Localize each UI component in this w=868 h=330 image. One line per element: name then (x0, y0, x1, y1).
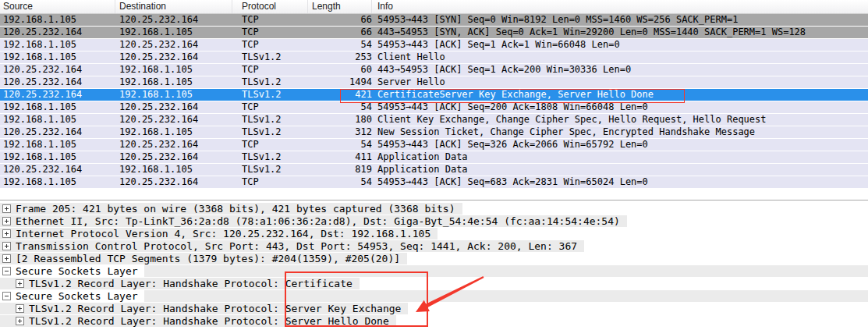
packet-row[interactable]: 192.168.1.105120.25.232.164TCP6654953→44… (0, 14, 868, 27)
info-cell: Server Hello (372, 76, 868, 88)
source-cell: 192.168.1.105 (0, 176, 115, 188)
source-cell: 120.25.232.164 (0, 76, 115, 88)
protocol-cell: TCP (232, 101, 308, 113)
column-header-info[interactable]: Info (372, 0, 868, 13)
expand-icon[interactable] (16, 304, 24, 313)
destination-cell: 192.168.1.105 (115, 126, 232, 138)
packet-row[interactable]: 120.25.232.164192.168.1.105TCP66443→5495… (0, 27, 868, 39)
destination-cell: 120.25.232.164 (115, 101, 232, 113)
length-cell: 253 (308, 51, 372, 63)
expand-icon[interactable] (16, 317, 24, 325)
packet-row[interactable]: 120.25.232.164192.168.1.105TLSv1.21494Se… (0, 76, 868, 89)
packet-row[interactable]: 192.168.1.105120.25.232.164TCP5454953→44… (0, 101, 868, 114)
source-cell: 192.168.1.105 (0, 151, 115, 163)
packet-row[interactable]: 192.168.1.105120.25.232.164TLSv1.2411App… (0, 151, 868, 164)
destination-cell: 120.25.232.164 (115, 151, 232, 163)
detail-row[interactable]: [2 Reassembled TCP Segments (1379 bytes)… (0, 253, 868, 265)
detail-row[interactable]: Secure Sockets Layer (0, 265, 868, 278)
detail-row-band: Internet Protocol Version 4, Src: 120.25… (0, 228, 438, 240)
packet-row[interactable]: 192.168.1.105120.25.232.164TCP5454953→44… (0, 39, 868, 51)
source-cell: 120.25.232.164 (0, 27, 115, 38)
length-cell: 54 (308, 176, 372, 188)
packet-row[interactable]: 192.168.1.105120.25.232.164TLSv1.2253Cli… (0, 51, 868, 64)
info-cell: Client Key Exchange, Change Cipher Spec,… (372, 114, 868, 126)
detail-row-band: Transmission Control Protocol, Src Port:… (0, 240, 584, 252)
length-cell: 421 (308, 89, 372, 101)
detail-row-label: TLSv1.2 Record Layer: Handshake Protocol… (29, 315, 389, 327)
collapse-icon[interactable] (2, 267, 11, 275)
detail-row-band: Frame 205: 421 bytes on wire (3368 bits)… (0, 203, 462, 215)
length-cell: 411 (308, 151, 372, 163)
packet-row[interactable]: 120.25.232.164192.168.1.105TLSv1.2312New… (0, 126, 868, 139)
column-header-length[interactable]: Length (308, 0, 372, 13)
packet-row[interactable]: 120.25.232.164192.168.1.105TCP60443→5495… (0, 64, 868, 76)
source-cell: 120.25.232.164 (0, 64, 115, 76)
info-cell: 443→54953 [SYN, ACK] Seq=0 Ack=1 Win=292… (372, 27, 868, 38)
protocol-cell: TLSv1.2 (232, 151, 308, 163)
destination-cell: 120.25.232.164 (115, 176, 232, 188)
collapse-icon[interactable] (2, 292, 11, 300)
source-cell: 120.25.232.164 (0, 164, 115, 176)
packet-row[interactable]: 120.25.232.164192.168.1.105TLSv1.2421Cer… (0, 89, 868, 101)
detail-row-band: TLSv1.2 Record Layer: Handshake Protocol… (0, 315, 396, 327)
detail-row[interactable]: Ethernet II, Src: Tp-LinkT_36:2a:d8 (78:… (0, 215, 868, 228)
protocol-cell: TCP (232, 139, 308, 151)
expand-icon[interactable] (2, 217, 11, 225)
info-cell: 54953→443 [ACK] Seq=683 Ack=2831 Win=650… (372, 176, 868, 188)
detail-row-band: TLSv1.2 Record Layer: Handshake Protocol… (0, 303, 408, 314)
expand-icon[interactable] (2, 229, 11, 238)
detail-row-band: Ethernet II, Src: Tp-LinkT_36:2a:d8 (78:… (0, 215, 627, 227)
source-cell: 192.168.1.105 (0, 139, 115, 151)
source-cell: 120.25.232.164 (0, 89, 115, 101)
protocol-cell: TCP (232, 27, 308, 38)
detail-row-label: [2 Reassembled TCP Segments (1379 bytes)… (16, 253, 400, 264)
info-cell: CertificateServer Key Exchange, Server H… (372, 89, 868, 101)
detail-row[interactable]: TLSv1.2 Record Layer: Handshake Protocol… (0, 303, 868, 315)
detail-row-label: Internet Protocol Version 4, Src: 120.25… (16, 228, 430, 240)
protocol-cell: TCP (232, 14, 308, 26)
detail-row-label: Transmission Control Protocol, Src Port:… (16, 240, 577, 252)
detail-row-label: Ethernet II, Src: Tp-LinkT_36:2a:d8 (78:… (16, 215, 620, 227)
packet-row[interactable]: 192.168.1.105120.25.232.164TCP5454953→44… (0, 139, 868, 151)
packet-row[interactable]: 192.168.1.105120.25.232.164TCP5454953→44… (0, 176, 868, 189)
detail-row-band: TLSv1.2 Record Layer: Handshake Protocol… (0, 278, 360, 289)
detail-row[interactable]: TLSv1.2 Record Layer: Handshake Protocol… (0, 278, 868, 290)
expand-icon[interactable] (2, 242, 11, 250)
expand-icon[interactable] (2, 204, 11, 213)
protocol-cell: TCP (232, 176, 308, 188)
column-header-destination[interactable]: Destination (115, 0, 232, 13)
source-cell: 192.168.1.105 (0, 101, 115, 113)
protocol-cell: TCP (232, 64, 308, 76)
detail-row-label: Frame 205: 421 bytes on wire (3368 bits)… (16, 203, 455, 215)
detail-row[interactable]: Secure Sockets Layer (0, 290, 868, 303)
info-cell: Application Data (372, 151, 868, 163)
detail-row[interactable]: Internet Protocol Version 4, Src: 120.25… (0, 228, 868, 240)
detail-row[interactable]: Frame 205: 421 bytes on wire (3368 bits)… (0, 203, 868, 215)
column-header-source[interactable]: Source (0, 0, 115, 13)
detail-row-band: [2 Reassembled TCP Segments (1379 bytes)… (0, 253, 407, 264)
packet-row[interactable]: 120.25.232.164192.168.1.105TLSv1.2819App… (0, 164, 868, 176)
protocol-cell: TLSv1.2 (232, 114, 308, 126)
length-cell: 54 (308, 139, 372, 151)
info-cell: Application Data (372, 164, 868, 176)
expand-icon[interactable] (2, 254, 11, 263)
expand-icon[interactable] (16, 279, 24, 288)
protocol-cell: TLSv1.2 (232, 164, 308, 176)
detail-row-label: Secure Sockets Layer (16, 265, 138, 277)
length-cell: 66 (308, 14, 372, 26)
column-header-protocol[interactable]: Protocol (232, 0, 308, 13)
info-cell: 54953→443 [SYN] Seq=0 Win=8192 Len=0 MSS… (372, 14, 868, 26)
destination-cell: 120.25.232.164 (115, 39, 232, 51)
destination-cell: 192.168.1.105 (115, 64, 232, 76)
detail-row[interactable]: Transmission Control Protocol, Src Port:… (0, 240, 868, 253)
protocol-cell: TLSv1.2 (232, 126, 308, 138)
info-cell: Client Hello (372, 51, 868, 63)
destination-cell: 120.25.232.164 (115, 114, 232, 126)
source-cell: 192.168.1.105 (0, 114, 115, 126)
detail-row[interactable]: TLSv1.2 Record Layer: Handshake Protocol… (0, 315, 868, 328)
destination-cell: 120.25.232.164 (115, 139, 232, 151)
source-cell: 192.168.1.105 (0, 14, 115, 26)
packet-row[interactable]: 192.168.1.105120.25.232.164TLSv1.2180Cli… (0, 114, 868, 126)
length-cell: 312 (308, 126, 372, 138)
detail-row-label: TLSv1.2 Record Layer: Handshake Protocol… (29, 278, 353, 289)
